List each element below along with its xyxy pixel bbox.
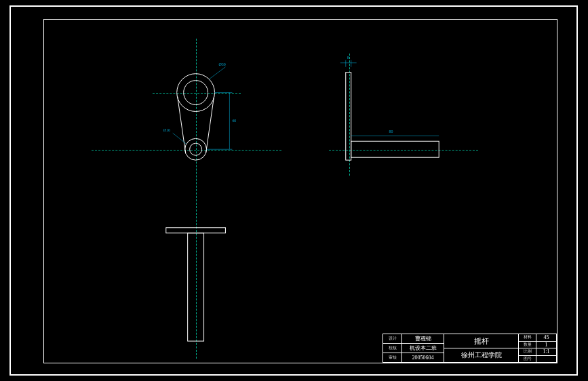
tb-l2: 校核 [383,344,402,353]
tb-l3: 审核 [383,353,402,363]
tb-r-l1: 材料 [519,334,536,342]
drawing-canvas: Ø30 Ø16 60 8 [44,20,557,363]
svg-rect-11 [346,73,351,160]
dim-length-text: 80 [389,129,393,134]
svg-rect-18 [188,233,204,341]
dim-top-dia-text: Ø30 [218,62,225,66]
title-block: 设计 校核 审核 曹程锦 机设本二班 20050604 摇杆 徐州工程学院 材料… [383,334,557,363]
svg-point-3 [190,143,202,155]
part-name: 摇杆 [444,334,519,348]
svg-line-6 [210,67,226,79]
dim-length: 80 [351,129,439,136]
tb-r-l2: 数量 [519,342,536,349]
side-view: 8 80 [340,56,439,160]
tb-r-v4 [536,356,557,363]
tb-r-v3: 1:1 [536,348,557,356]
svg-point-0 [177,74,215,112]
svg-rect-17 [166,228,226,233]
drawing-frame: Ø30 Ø16 60 8 [43,19,557,363]
tb-r-l3: 比例 [519,348,536,356]
dim-thickness-text: 8 [347,56,349,60]
tb-r-l4: 图号 [519,356,536,363]
tb-v1: 曹程锦 [402,334,444,344]
tb-r-v2: 1 [536,342,557,349]
front-view: Ø30 Ø16 60 [163,62,237,160]
tb-l1: 设计 [383,334,402,344]
tb-r-v1: 45 [536,334,557,342]
dim-height: 60 [207,93,237,150]
svg-point-1 [184,81,208,105]
tb-v3: 20050604 [402,353,444,363]
tb-v2: 机设本二班 [402,344,444,353]
dim-height-text: 60 [232,119,236,123]
dim-top-dia: Ø30 [210,62,226,79]
svg-point-2 [185,138,207,160]
institution: 徐州工程学院 [444,348,519,363]
dim-bot-dia-text: Ø16 [163,128,170,132]
bottom-view [166,228,226,341]
dim-thickness: 8 [340,56,357,67]
svg-line-7 [173,133,187,144]
svg-rect-12 [351,141,439,157]
